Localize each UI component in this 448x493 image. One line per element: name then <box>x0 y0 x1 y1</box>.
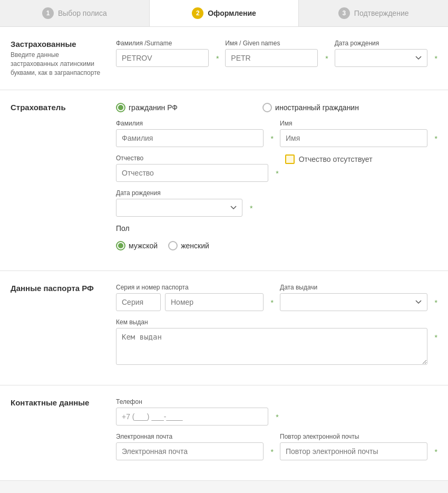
contacts-title: Контактные данные <box>11 398 105 407</box>
insured-title: Застрахованные <box>11 40 105 49</box>
foreign-citizen-label: иностранный гражданин <box>275 103 359 112</box>
insurer-name-required: * <box>435 134 437 143</box>
passport-num-required: * <box>271 298 274 307</box>
given-names-input[interactable] <box>225 49 318 67</box>
issued-by-input[interactable] <box>116 328 427 365</box>
series-number-group: Серия и номер паспорта <box>116 284 264 311</box>
number-input[interactable] <box>165 293 264 311</box>
series-number-label: Серия и номер паспорта <box>116 284 264 291</box>
issue-date-select[interactable] <box>280 293 427 311</box>
foreign-citizen-radio[interactable]: иностранный гражданин <box>262 103 359 112</box>
surname-label: Фамилия /Surname <box>116 40 209 47</box>
insured-label: Застрахованные Введите данные застрахова… <box>11 40 116 77</box>
email-repeat-label: Повтор электронной почты <box>280 433 427 440</box>
step-1-label: Выбор полиса <box>58 9 107 17</box>
email-repeat-required: * <box>435 448 437 456</box>
patronymic-required: * <box>276 169 278 178</box>
given-names-required: * <box>325 54 328 63</box>
citizen-rf-circle <box>116 103 125 112</box>
female-radio[interactable]: женский <box>168 241 209 250</box>
stepper: 1 Выбор полиса 2 Оформление 3 Подтвержде… <box>0 0 448 27</box>
insurer-content: гражданин РФ иностранный гражданин Фамил… <box>116 103 437 258</box>
contacts-section: Контактные данные Телефон * Электронная … <box>0 385 448 481</box>
issued-by-label: Кем выдан <box>116 318 427 326</box>
phone-group: Телефон <box>116 398 268 426</box>
no-patronymic-group: Отчество отсутствует <box>285 154 437 166</box>
patronymic-row: Отчество * Отчество отсутствует <box>116 154 437 182</box>
step-3[interactable]: 3 Подтверждение <box>299 0 448 26</box>
email-input[interactable] <box>116 442 264 460</box>
insurer-birth-select[interactable] <box>116 199 242 217</box>
surname-input[interactable] <box>116 49 209 67</box>
insurer-section: Страхователь гражданин РФ иностранный гр… <box>0 90 448 271</box>
phone-input[interactable] <box>116 408 268 426</box>
insurer-name-group: Имя <box>280 120 427 147</box>
insurer-name-input[interactable] <box>280 129 427 147</box>
insured-section: Застрахованные Введите данные застрахова… <box>0 27 448 90</box>
issue-date-group: Дата выдачи <box>280 284 427 311</box>
birth-date-select[interactable] <box>335 49 427 67</box>
contacts-content: Телефон * Электронная почта * Повтор эле… <box>116 398 437 468</box>
patronymic-label: Отчество <box>116 154 268 162</box>
insurer-birth-group: Дата рождения <box>116 189 242 217</box>
insurer-surname-label: Фамилия <box>116 120 264 127</box>
email-row: Электронная почта * Повтор электронной п… <box>116 433 437 460</box>
given-names-label: Имя / Given names <box>225 40 318 47</box>
insured-content: Фамилия /Surname * Имя / Given names * Д… <box>116 40 437 77</box>
surname-group: Фамилия /Surname <box>116 40 209 67</box>
citizenship-row: гражданин РФ иностранный гражданин <box>116 103 437 112</box>
passport-label: Данные паспорта РФ <box>11 284 116 372</box>
insurer-birth-required: * <box>250 204 252 212</box>
patronymic-input[interactable] <box>116 164 268 182</box>
gender-options: мужской женский <box>116 241 209 250</box>
email-label: Электронная почта <box>116 433 264 440</box>
email-group: Электронная почта <box>116 433 264 460</box>
step-3-number: 3 <box>338 7 350 19</box>
female-label: женский <box>181 241 209 250</box>
insurer-name-label: Имя <box>280 120 427 127</box>
insurer-surname-input[interactable] <box>116 129 264 147</box>
passport-title: Данные паспорта РФ <box>11 284 105 293</box>
birth-date-required: * <box>435 54 437 63</box>
surname-required: * <box>216 54 219 63</box>
issued-by-required: * <box>435 333 437 342</box>
issued-by-group: Кем выдан <box>116 318 427 365</box>
insurer-title: Страхователь <box>11 103 105 112</box>
female-radio-circle <box>168 241 178 250</box>
email-repeat-group: Повтор электронной почты <box>280 433 427 460</box>
passport-section: Данные паспорта РФ Серия и номер паспорт… <box>0 271 448 385</box>
step-1[interactable]: 1 Выбор полиса <box>0 0 150 26</box>
no-patronymic-label: Отчество отсутствует <box>299 155 373 163</box>
citizen-rf-radio[interactable]: гражданин РФ <box>116 103 178 112</box>
no-patronymic-checkbox[interactable]: Отчество отсутствует <box>285 154 373 164</box>
step-3-label: Подтверждение <box>354 9 409 17</box>
insurer-surname-group: Фамилия <box>116 120 264 147</box>
series-input[interactable] <box>116 293 161 311</box>
gender-label: Пол <box>116 224 130 233</box>
insurer-birth-row: Дата рождения * <box>116 189 437 217</box>
step-2[interactable]: 2 Оформление <box>150 0 299 26</box>
phone-row: Телефон * <box>116 398 437 426</box>
series-number-row <box>116 293 264 311</box>
male-label: мужской <box>129 241 158 250</box>
email-required: * <box>271 448 274 456</box>
no-patronymic-box <box>285 154 295 164</box>
main-container: 1 Выбор полиса 2 Оформление 3 Подтвержде… <box>0 0 448 481</box>
passport-content: Серия и номер паспорта * Дата выдачи * <box>116 284 437 372</box>
citizen-rf-label: гражданин РФ <box>129 103 178 112</box>
passport-row1: Серия и номер паспорта * Дата выдачи * <box>116 284 437 311</box>
insurer-surname-required: * <box>271 134 274 143</box>
male-radio-circle <box>116 241 125 250</box>
foreign-citizen-circle <box>262 103 272 112</box>
insured-fields-row: Фамилия /Surname * Имя / Given names * Д… <box>116 40 437 67</box>
phone-required: * <box>276 413 278 421</box>
insured-description: Введите данные застрахованных латинскими… <box>11 51 105 77</box>
issue-date-required: * <box>435 298 437 307</box>
step-2-number: 2 <box>192 7 203 19</box>
issued-by-row: Кем выдан * <box>116 318 437 365</box>
insurer-label: Страхователь <box>11 103 116 258</box>
male-radio[interactable]: мужской <box>116 241 158 250</box>
email-repeat-input[interactable] <box>280 442 427 460</box>
birth-date-group: Дата рождения <box>335 40 427 67</box>
gender-row: Пол мужской женский <box>116 224 437 250</box>
